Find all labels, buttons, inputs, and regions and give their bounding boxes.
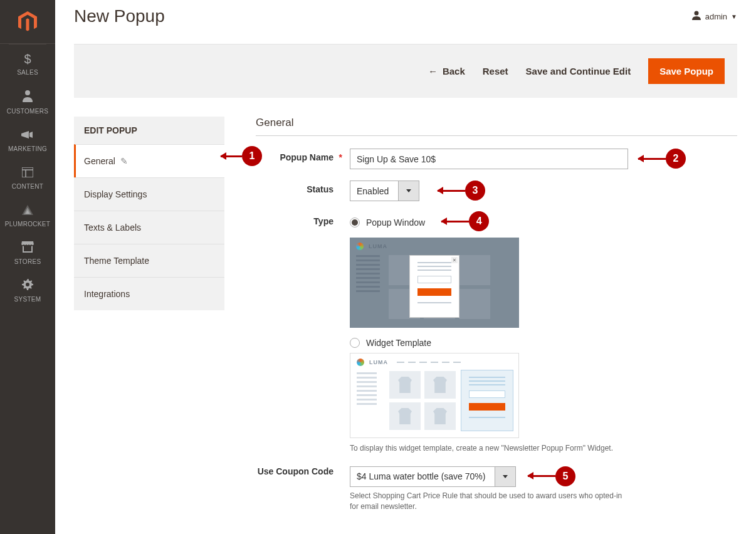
chevron-down-icon: ▼ xyxy=(731,13,737,20)
callout-3: 3 xyxy=(465,181,485,201)
tabs-title: EDIT POPUP xyxy=(74,117,224,144)
svg-point-0 xyxy=(25,90,30,95)
callout-4: 4 xyxy=(469,211,489,231)
nav-plumrocket[interactable]: PLUMROCKET xyxy=(0,196,55,234)
tab-integrations[interactable]: Integrations xyxy=(74,277,224,310)
admin-sidebar: $ SALES CUSTOMERS MARKETING CONTENT PLUM… xyxy=(0,0,55,523)
chevron-down-icon[interactable] xyxy=(399,181,419,201)
save-popup-button[interactable]: Save Popup xyxy=(648,58,725,84)
coupon-label: Use Coupon Code xyxy=(256,466,350,476)
dollar-icon: $ xyxy=(24,52,31,66)
magento-logo[interactable] xyxy=(0,0,55,44)
type-label: Type xyxy=(256,212,350,226)
triangle-icon xyxy=(22,204,33,218)
chevron-down-icon[interactable] xyxy=(495,466,516,487)
nav-stores[interactable]: STORES xyxy=(0,234,55,271)
nav-content[interactable]: CONTENT xyxy=(0,159,55,196)
pencil-icon: ✎ xyxy=(120,156,128,166)
tab-texts-labels[interactable]: Texts & Labels xyxy=(74,211,224,244)
popup-name-input[interactable] xyxy=(350,149,628,169)
form-general: General Popup Name 2 Status Enabled xyxy=(256,117,737,523)
tabs-panel: EDIT POPUP General ✎ 1 Display Settings … xyxy=(74,117,224,310)
reset-button[interactable]: Reset xyxy=(483,66,508,76)
svg-point-4 xyxy=(694,11,698,16)
store-icon xyxy=(21,241,34,256)
user-name: admin xyxy=(705,12,727,21)
save-continue-button[interactable]: Save and Continue Edit xyxy=(526,66,631,76)
widget-help-text: To display this widget template, create … xyxy=(350,443,626,454)
layout-icon xyxy=(22,166,33,181)
popup-name-label: Popup Name xyxy=(256,149,350,162)
callout-5: 5 xyxy=(555,466,575,486)
arrow-left-icon: ← xyxy=(428,66,438,76)
person-icon xyxy=(23,90,33,105)
gear-icon xyxy=(22,279,33,293)
svg-rect-1 xyxy=(22,167,33,177)
page-title: New Popup xyxy=(74,6,165,26)
user-menu[interactable]: admin ▼ xyxy=(691,10,737,23)
tab-display-settings[interactable]: Display Settings xyxy=(74,177,224,211)
widget-template-preview: LUMA xyxy=(350,353,519,438)
megaphone-icon xyxy=(21,128,34,143)
coupon-help-text: Select Shopping Cart Price Rule that sho… xyxy=(350,491,626,512)
coupon-select[interactable]: $4 Luma water bottle (save 70%) xyxy=(350,466,516,487)
callout-2: 2 xyxy=(666,149,686,169)
nav-sales[interactable]: $ SALES xyxy=(0,45,55,82)
type-popup-window-radio[interactable] xyxy=(350,217,360,228)
tab-theme-template[interactable]: Theme Template xyxy=(74,244,224,277)
status-label: Status xyxy=(256,181,350,194)
back-button[interactable]: ← Back xyxy=(428,66,465,76)
section-title: General xyxy=(256,117,737,136)
tab-general[interactable]: General ✎ 1 xyxy=(74,144,224,177)
status-select[interactable]: Enabled xyxy=(350,181,419,201)
nav-customers[interactable]: CUSTOMERS xyxy=(0,82,55,121)
nav-marketing[interactable]: MARKETING xyxy=(0,121,55,159)
nav-system[interactable]: SYSTEM xyxy=(0,271,55,309)
type-widget-template-label: Widget Template xyxy=(366,338,431,348)
type-popup-window-label: Popup Window xyxy=(366,217,425,228)
action-toolbar: ← Back Reset Save and Continue Edit Save… xyxy=(74,44,737,98)
user-icon xyxy=(691,10,701,23)
type-widget-template-radio[interactable] xyxy=(350,338,360,348)
popup-window-preview: LUMA × xyxy=(350,238,519,328)
